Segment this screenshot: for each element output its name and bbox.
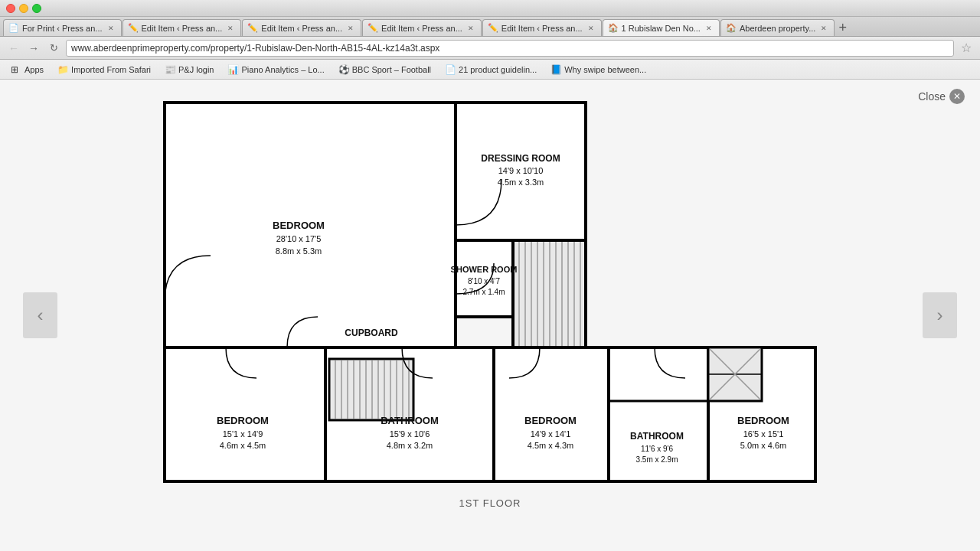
main-content: Close ✕ ‹ › xyxy=(0,80,980,551)
titlebar xyxy=(0,0,980,17)
bookmark-imported-from-safari[interactable]: 📁 Imported From Safari xyxy=(53,63,155,77)
minimize-window-button[interactable] xyxy=(19,4,28,13)
tab-for-print[interactable]: 📄 For Print ‹ Press an... ✕ xyxy=(3,19,122,36)
svg-text:14'9 x 10'10: 14'9 x 10'10 xyxy=(498,166,544,175)
right-arrow-icon: › xyxy=(937,305,943,326)
tab-aberdeen[interactable]: 🏠 Aberdeen property... ✕ xyxy=(720,19,835,36)
back-button[interactable]: ← xyxy=(6,41,21,56)
svg-text:8.8m x 5.3m: 8.8m x 5.3m xyxy=(276,246,322,256)
tab-label: Edit Item ‹ Press an... xyxy=(142,24,223,33)
maximize-window-button[interactable] xyxy=(32,4,41,13)
floorplan-container: BEDROOM 28'10 x 17'5 8.8m x 5.3m DRESSIN… xyxy=(149,87,831,509)
traffic-lights[interactable] xyxy=(6,4,41,13)
tab-label: 1 Rubislaw Den No... xyxy=(622,24,701,33)
refresh-button[interactable]: ↻ xyxy=(46,41,61,56)
svg-text:4.8m x 3.2m: 4.8m x 3.2m xyxy=(387,441,433,450)
svg-text:CUPBOARD: CUPBOARD xyxy=(345,328,398,338)
svg-text:8'10 x 4'7: 8'10 x 4'7 xyxy=(468,277,501,285)
bookmark-label: BBC Sport – Football xyxy=(352,65,431,74)
bookmark-label: Why swipe between... xyxy=(564,65,646,74)
football-icon: ⚽ xyxy=(338,64,349,75)
close-window-button[interactable] xyxy=(6,4,15,13)
tab-edit-4[interactable]: ✏️ Edit Item ‹ Press an... ✕ xyxy=(482,19,602,36)
address-bar-row: ← → ↻ www.aberdeenprimeproperty.com/prop… xyxy=(0,37,980,60)
bookmark-pj-login[interactable]: 📰 P&J login xyxy=(160,63,218,77)
svg-text:SHOWER ROOM: SHOWER ROOM xyxy=(451,265,518,274)
bookmark-button[interactable]: ☆ xyxy=(959,41,974,56)
svg-text:5.0m x 4.6m: 5.0m x 4.6m xyxy=(740,441,787,450)
bookmark-product-guidelines[interactable]: 📄 21 product guidelin... xyxy=(440,63,541,77)
svg-text:16'5 x 15'1: 16'5 x 15'1 xyxy=(743,429,784,439)
tab-favicon: ✏️ xyxy=(247,23,258,34)
close-button[interactable]: Close ✕ xyxy=(918,89,965,104)
new-tab-button[interactable]: + xyxy=(838,20,847,36)
bookmark-label: Apps xyxy=(24,65,44,74)
bookmark-why-swipe[interactable]: 📘 Why swipe between... xyxy=(546,63,651,77)
tab-favicon: 🏠 xyxy=(608,23,619,34)
svg-text:4.6m x 4.5m: 4.6m x 4.5m xyxy=(220,441,266,450)
newspaper-icon: 📰 xyxy=(165,64,175,75)
doc-icon: 📄 xyxy=(445,64,456,75)
prev-image-button[interactable]: ‹ xyxy=(23,292,57,338)
floorplan-svg: BEDROOM 28'10 x 17'5 8.8m x 5.3m DRESSIN… xyxy=(149,87,831,493)
svg-text:BEDROOM: BEDROOM xyxy=(273,220,325,231)
apps-icon: ⊞ xyxy=(11,64,21,75)
tabs-bar: 📄 For Print ‹ Press an... ✕ ✏️ Edit Item… xyxy=(0,17,980,37)
svg-text:11'6 x 9'6: 11'6 x 9'6 xyxy=(641,445,674,453)
svg-text:28'10 x 17'5: 28'10 x 17'5 xyxy=(276,234,322,243)
tab-favicon: ✏️ xyxy=(368,23,378,34)
bookmark-label: Piano Analytics – Lo... xyxy=(241,65,324,74)
next-image-button[interactable]: › xyxy=(923,292,957,338)
book-icon: 📘 xyxy=(550,64,561,75)
floor-label: 1ST FLOOR xyxy=(149,497,831,509)
tab-edit-3[interactable]: ✏️ Edit Item ‹ Press an... ✕ xyxy=(362,19,482,36)
svg-text:15'9 x 10'6: 15'9 x 10'6 xyxy=(390,429,430,439)
tab-label: Aberdeen property... xyxy=(740,24,815,33)
tab-favicon: 🏠 xyxy=(726,23,737,34)
tab-close-button[interactable]: ✕ xyxy=(225,23,236,34)
tab-label: For Print ‹ Press an... xyxy=(22,24,103,33)
svg-text:BATHROOM: BATHROOM xyxy=(381,415,439,426)
tab-close-button[interactable]: ✕ xyxy=(704,23,714,34)
svg-text:BEDROOM: BEDROOM xyxy=(524,415,577,426)
bookmark-label: Imported From Safari xyxy=(71,65,151,74)
tab-rubislaw[interactable]: 🏠 1 Rubislaw Den No... ✕ xyxy=(603,19,720,36)
tab-edit-1[interactable]: ✏️ Edit Item ‹ Press an... ✕ xyxy=(122,19,242,36)
svg-text:2.7m x 1.4m: 2.7m x 1.4m xyxy=(462,288,505,296)
left-arrow-icon: ‹ xyxy=(38,305,44,326)
bookmark-label: P&J login xyxy=(178,65,214,74)
svg-text:4.5m x 4.3m: 4.5m x 4.3m xyxy=(528,441,574,450)
tab-label: Edit Item ‹ Press an... xyxy=(381,24,462,33)
tab-edit-2[interactable]: ✏️ Edit Item ‹ Press an... ✕ xyxy=(242,19,361,36)
svg-text:14'9 x 14'1: 14'9 x 14'1 xyxy=(531,429,571,439)
tab-label: Edit Item ‹ Press an... xyxy=(261,24,342,33)
tab-label: Edit Item ‹ Press an... xyxy=(501,24,583,33)
svg-text:DRESSING ROOM: DRESSING ROOM xyxy=(481,153,560,164)
svg-text:BEDROOM: BEDROOM xyxy=(737,415,789,426)
bookmark-bbc-sport[interactable]: ⚽ BBC Sport – Football xyxy=(334,63,436,77)
chart-icon: 📊 xyxy=(227,64,238,75)
bookmark-label: 21 product guidelin... xyxy=(459,65,537,74)
svg-text:15'1 x 14'9: 15'1 x 14'9 xyxy=(223,429,263,439)
address-bar[interactable]: www.aberdeenprimeproperty.com/property/1… xyxy=(66,40,954,57)
bookmark-piano-analytics[interactable]: 📊 Piano Analytics – Lo... xyxy=(223,63,328,77)
tab-favicon: ✏️ xyxy=(488,23,498,34)
close-label: Close xyxy=(918,90,946,103)
url-text: www.aberdeenprimeproperty.com/property/1… xyxy=(71,43,439,54)
bookmarks-bar: ⊞ Apps 📁 Imported From Safari 📰 P&J logi… xyxy=(0,60,980,80)
svg-text:BATHROOM: BATHROOM xyxy=(630,431,684,442)
svg-text:4.5m x 3.3m: 4.5m x 3.3m xyxy=(498,178,544,187)
tab-close-button[interactable]: ✕ xyxy=(345,23,356,34)
svg-text:3.5m x 2.9m: 3.5m x 2.9m xyxy=(635,455,678,464)
tab-favicon: 📄 xyxy=(8,23,19,34)
tab-close-button[interactable]: ✕ xyxy=(466,23,476,34)
tab-close-button[interactable]: ✕ xyxy=(586,23,596,34)
folder-icon: 📁 xyxy=(57,64,68,75)
tab-favicon: ✏️ xyxy=(128,23,139,34)
forward-button[interactable]: → xyxy=(26,41,41,56)
tab-close-button[interactable]: ✕ xyxy=(818,23,829,34)
close-x-icon[interactable]: ✕ xyxy=(949,89,965,104)
tab-close-button[interactable]: ✕ xyxy=(106,23,116,34)
bookmark-apps[interactable]: ⊞ Apps xyxy=(6,63,48,77)
svg-text:BEDROOM: BEDROOM xyxy=(217,415,269,426)
